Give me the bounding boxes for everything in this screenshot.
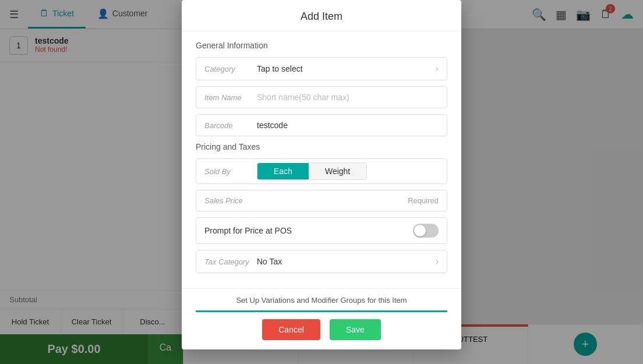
general-info-label: General Information xyxy=(196,41,447,50)
prompt-price-toggle[interactable] xyxy=(413,224,439,238)
tax-category-value: No Tax xyxy=(257,257,436,266)
barcode-label: Barcode xyxy=(204,121,257,130)
category-label: Category xyxy=(204,65,257,73)
save-button[interactable]: Save xyxy=(330,319,381,340)
barcode-field[interactable]: Barcode testcode xyxy=(196,114,447,136)
pos-background: ☰ 🗒 Ticket 👤 Customer 🔍 ▦ 📷 🗒 2 xyxy=(0,0,643,364)
sales-price-field[interactable]: Sales Price Required xyxy=(196,190,447,211)
prompt-price-field: Prompt for Price at POS xyxy=(196,217,447,244)
dialog-body: General Information Category Tap to sele… xyxy=(182,31,461,288)
variations-link[interactable]: Set Up Variations and Modifier Groups fo… xyxy=(196,296,447,312)
dialog-footer: Set Up Variations and Modifier Groups fo… xyxy=(182,288,461,349)
sold-by-toggle: Each Weight xyxy=(257,162,367,180)
tax-category-label: Tax Category xyxy=(204,257,257,266)
sales-price-label: Sales Price xyxy=(204,196,257,205)
tax-category-field[interactable]: Tax Category No Tax › xyxy=(196,250,447,273)
add-item-dialog: Add Item General Information Category Ta… xyxy=(182,0,461,349)
footer-buttons: Cancel Save xyxy=(196,319,447,340)
tax-category-arrow-icon: › xyxy=(436,256,439,267)
dialog-title: Add Item xyxy=(196,10,447,23)
sold-by-each[interactable]: Each xyxy=(257,163,309,179)
sold-by-field: Sold By Each Weight xyxy=(196,158,447,184)
item-name-field[interactable]: Item Name Short name(50 char max) xyxy=(196,86,447,108)
pricing-label: Pricing and Taxes xyxy=(196,142,447,151)
sold-by-label: Sold By xyxy=(204,167,257,176)
category-value: Tap to select xyxy=(257,64,436,73)
category-field[interactable]: Category Tap to select › xyxy=(196,57,447,80)
prompt-price-label: Prompt for Price at POS xyxy=(204,226,413,235)
cancel-button[interactable]: Cancel xyxy=(262,319,320,340)
barcode-value: testcode xyxy=(257,121,439,130)
modal-overlay: Add Item General Information Category Ta… xyxy=(0,0,643,364)
toggle-knob xyxy=(414,225,426,236)
item-name-placeholder: Short name(50 char max) xyxy=(257,93,439,102)
sold-by-weight[interactable]: Weight xyxy=(309,163,366,179)
dialog-header: Add Item xyxy=(182,0,461,31)
item-name-label: Item Name xyxy=(204,93,257,102)
category-arrow-icon: › xyxy=(436,63,439,74)
sales-price-required: Required xyxy=(408,196,439,205)
